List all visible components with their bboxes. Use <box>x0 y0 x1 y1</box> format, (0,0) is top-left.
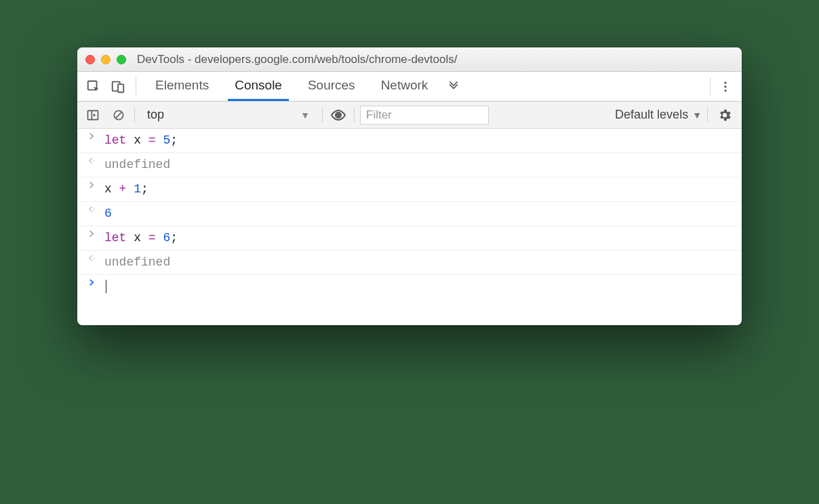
output-arrow-icon <box>85 156 98 165</box>
svg-point-3 <box>724 81 726 83</box>
tab-network[interactable]: Network <box>374 72 435 101</box>
code-text: let x = 5; <box>104 131 178 150</box>
maximize-window-button[interactable] <box>117 55 126 64</box>
inspect-element-icon[interactable] <box>81 72 106 101</box>
panel-tabs: Elements Console Sources Network <box>142 72 441 101</box>
dropdown-triangle-icon: ▼ <box>692 110 702 121</box>
output-arrow-icon <box>85 253 98 263</box>
code-text: let x = 6; <box>104 229 178 247</box>
traffic-lights <box>85 55 126 64</box>
filter-input[interactable] <box>366 108 483 122</box>
tab-label: Sources <box>308 78 355 93</box>
console-output-row: 6 <box>77 202 742 226</box>
separator <box>354 108 355 123</box>
console-output-row: undefined <box>77 153 742 177</box>
tab-sources[interactable]: Sources <box>301 72 362 101</box>
svg-rect-6 <box>88 110 98 119</box>
tab-label: Network <box>381 78 428 93</box>
window-title: DevTools - developers.google.com/web/too… <box>137 53 457 66</box>
svg-point-4 <box>724 85 726 87</box>
tab-console[interactable]: Console <box>228 72 289 101</box>
svg-point-10 <box>336 113 340 117</box>
prompt-input[interactable] <box>104 278 106 296</box>
console-prompt-row[interactable] <box>77 275 742 299</box>
tab-elements[interactable]: Elements <box>148 72 216 101</box>
input-arrow-icon <box>85 180 98 190</box>
clear-console-icon[interactable] <box>108 105 129 125</box>
filter-input-wrap[interactable] <box>360 106 489 125</box>
sidebar-toggle-icon[interactable] <box>83 105 103 125</box>
console-output-row: undefined <box>77 251 742 275</box>
svg-point-5 <box>724 89 726 91</box>
console-input-row: let x = 6; <box>77 226 742 251</box>
input-arrow-icon <box>85 131 98 141</box>
svg-point-13 <box>94 257 95 259</box>
log-levels-select[interactable]: Default levels ▼ <box>615 108 702 122</box>
kebab-menu-icon[interactable] <box>713 72 738 101</box>
console-input-row: let x = 5; <box>77 129 742 153</box>
execution-context-label: top <box>147 108 164 122</box>
console-input-row: x + 1; <box>77 177 742 202</box>
prompt-arrow-icon <box>85 278 98 287</box>
more-tabs-icon[interactable] <box>441 72 466 101</box>
code-text: undefined <box>104 253 170 272</box>
code-text: x + 1; <box>104 180 148 198</box>
execution-context-select[interactable]: top ▼ <box>140 106 317 124</box>
tab-label: Console <box>235 78 282 93</box>
tab-label: Elements <box>155 78 209 93</box>
separator <box>322 108 323 123</box>
console-settings-icon[interactable] <box>713 108 736 123</box>
devtools-tabbar: Elements Console Sources Network <box>77 72 742 102</box>
code-text: undefined <box>104 156 170 174</box>
svg-point-11 <box>94 160 95 161</box>
close-window-button[interactable] <box>85 55 95 64</box>
separator <box>136 77 136 96</box>
separator <box>710 77 711 96</box>
input-arrow-icon <box>85 229 98 238</box>
console-output[interactable]: let x = 5;undefinedx + 1;6let x = 6;unde… <box>77 129 742 325</box>
separator <box>134 108 135 123</box>
svg-point-12 <box>94 209 95 210</box>
minimize-window-button[interactable] <box>101 55 111 64</box>
console-toolbar: top ▼ Default levels ▼ <box>77 102 742 129</box>
code-text: 6 <box>104 205 112 223</box>
window-titlebar: DevTools - developers.google.com/web/too… <box>77 47 742 72</box>
devtools-window: DevTools - developers.google.com/web/too… <box>77 47 742 325</box>
separator <box>707 108 708 123</box>
dropdown-triangle-icon: ▼ <box>300 110 310 121</box>
device-toolbar-icon[interactable] <box>106 72 130 101</box>
svg-line-9 <box>115 112 121 118</box>
output-arrow-icon <box>85 205 98 214</box>
log-levels-label: Default levels <box>615 108 688 122</box>
live-expression-eye-icon[interactable] <box>328 105 348 125</box>
svg-rect-2 <box>118 84 123 92</box>
